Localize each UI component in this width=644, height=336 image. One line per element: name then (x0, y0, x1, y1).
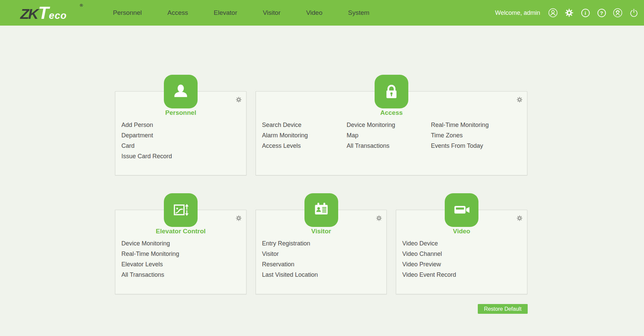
link-search-device[interactable]: Search Device (262, 122, 301, 128)
link-elevator-device-monitoring[interactable]: Device Monitoring (121, 240, 170, 247)
lock-icon (381, 81, 402, 102)
personnel-card-title: Personnel (115, 109, 246, 116)
nav-visitor[interactable]: Visitor (263, 9, 281, 16)
power-icon[interactable] (629, 8, 639, 18)
access-module-button[interactable] (375, 75, 408, 108)
link-events-from-today[interactable]: Events From Today (431, 142, 483, 149)
link-issue-card-record[interactable]: Issue Card Record (121, 153, 172, 160)
video-link-list: Video Device Video Channel Video Preview… (402, 238, 522, 280)
agent-circle-icon (613, 8, 622, 18)
gear-icon (516, 96, 523, 103)
link-entry-registration[interactable]: Entry Registration (262, 240, 310, 247)
nav-system[interactable]: System (348, 9, 369, 16)
header-right-area: Welcome, admin i ? (495, 8, 639, 18)
power-symbol-icon (629, 8, 639, 18)
link-access-levels[interactable]: Access Levels (262, 142, 301, 149)
link-elevator-levels[interactable]: Elevator Levels (121, 261, 163, 268)
visitor-card: Visitor Entry Registration Visitor Reser… (256, 210, 387, 294)
gear-icon (376, 215, 382, 222)
help-glyph: ? (597, 9, 606, 17)
zkteco-logo[interactable]: ZKTeco ® (20, 4, 80, 22)
link-reservation[interactable]: Reservation (262, 261, 294, 268)
access-card-title: Access (256, 109, 527, 116)
user-circle-icon (548, 8, 558, 18)
link-visitor[interactable]: Visitor (262, 250, 279, 257)
link-video-event-record[interactable]: Video Event Record (402, 271, 456, 278)
person-icon (170, 81, 191, 102)
top-navbar: ZKTeco ® Personnel Access Elevator Visit… (0, 0, 644, 26)
zkbiosecurity-dashboard: ZKTeco ® Personnel Access Elevator Visit… (0, 0, 644, 336)
nav-personnel[interactable]: Personnel (113, 9, 142, 16)
link-card[interactable]: Card (121, 142, 135, 149)
link-department[interactable]: Department (121, 132, 153, 139)
visitor-badge-icon (311, 200, 332, 221)
nav-video[interactable]: Video (306, 9, 322, 16)
link-video-device[interactable]: Video Device (402, 240, 438, 247)
logo-zk-text: ZK (20, 7, 37, 21)
visitor-link-list: Entry Registration Visitor Reservation L… (262, 238, 382, 280)
gear-icon (235, 215, 242, 222)
link-all-transactions[interactable]: All Transactions (347, 142, 389, 149)
link-add-person[interactable]: Add Person (121, 122, 153, 128)
link-device-monitoring[interactable]: Device Monitoring (347, 122, 395, 128)
video-card-settings-button[interactable] (516, 215, 523, 222)
video-module-button[interactable] (445, 193, 478, 227)
gear-icon (235, 96, 242, 103)
settings-icon[interactable] (564, 8, 574, 18)
elevator-card-settings-button[interactable] (235, 215, 242, 222)
access-card-settings-button[interactable] (516, 96, 523, 103)
link-elevator-real-time-monitoring[interactable]: Real-Time Monitoring (121, 250, 179, 257)
link-map[interactable]: Map (347, 132, 358, 139)
elevator-module-button[interactable] (164, 193, 198, 227)
visitor-card-title: Visitor (256, 228, 386, 235)
help-icon[interactable]: ? (597, 8, 606, 18)
link-time-zones[interactable]: Time Zones (431, 132, 463, 139)
registered-mark: ® (80, 3, 83, 8)
link-elevator-all-transactions[interactable]: All Transactions (121, 271, 164, 278)
video-card-title: Video (396, 228, 527, 235)
link-alarm-monitoring[interactable]: Alarm Monitoring (262, 132, 308, 139)
video-card: Video Video Device Video Channel Video P… (396, 210, 527, 294)
link-real-time-monitoring[interactable]: Real-Time Monitoring (431, 122, 489, 128)
restore-default-button[interactable]: Restore Default (478, 304, 528, 314)
personnel-card-settings-button[interactable] (235, 96, 242, 103)
access-link-column-1: Search Device Alarm Monitoring Access Le… (262, 120, 347, 151)
elevator-card: Elevator Control Device Monitoring Real-… (115, 210, 246, 294)
nav-access[interactable]: Access (168, 9, 188, 16)
welcome-text: Welcome, admin (495, 9, 540, 16)
link-video-channel[interactable]: Video Channel (402, 250, 442, 257)
account-icon[interactable] (548, 8, 558, 18)
gear-icon (564, 8, 574, 18)
link-video-preview[interactable]: Video Preview (402, 261, 441, 268)
info-glyph: i (581, 9, 590, 17)
link-last-visited-location[interactable]: Last Visited Location (262, 271, 318, 278)
access-link-column-3: Real-Time Monitoring Time Zones Events F… (431, 120, 489, 151)
access-link-column-2: Device Monitoring Map All Transactions (347, 120, 431, 151)
personnel-card: Personnel Add Person Department Card Iss… (115, 91, 246, 175)
elevator-icon (170, 200, 191, 221)
access-card: Access Search Device Alarm Monitoring Ac… (256, 91, 527, 175)
logo-eco-text: eco (49, 11, 67, 21)
logo-t-text: T (38, 4, 49, 22)
access-link-columns: Search Device Alarm Monitoring Access Le… (262, 120, 524, 151)
nav-elevator[interactable]: Elevator (214, 9, 237, 16)
visitor-card-settings-button[interactable] (376, 215, 382, 222)
main-menu: Personnel Access Elevator Visitor Video … (113, 9, 370, 16)
video-camera-icon (451, 200, 472, 221)
gear-icon (516, 215, 523, 222)
elevator-card-title: Elevator Control (115, 228, 246, 235)
visitor-module-button[interactable] (304, 193, 338, 227)
personnel-module-button[interactable] (164, 75, 198, 108)
personnel-link-list: Add Person Department Card Issue Card Re… (121, 120, 241, 162)
info-icon[interactable]: i (581, 8, 590, 18)
elevator-link-list: Device Monitoring Real-Time Monitoring E… (121, 238, 241, 280)
support-icon[interactable] (613, 8, 622, 18)
dashboard-shortcuts: Personnel Add Person Department Card Iss… (0, 26, 644, 336)
